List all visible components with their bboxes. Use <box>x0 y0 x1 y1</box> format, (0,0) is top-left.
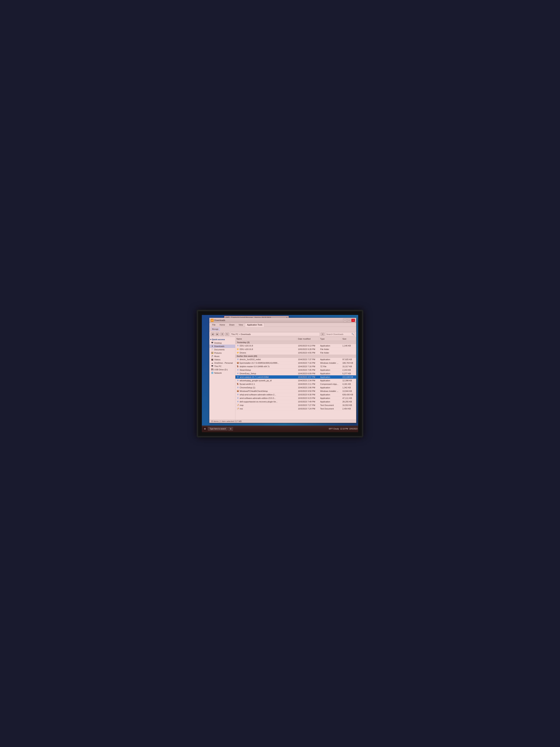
file-date: 10/4/2023 7:16 PM <box>297 361 319 364</box>
file-name: ⚙directx_Jun2010_redist <box>235 358 297 361</box>
manage-button[interactable]: Manage <box>211 328 220 331</box>
table-row[interactable]: ⚙ChromeSetup (1) 10/4/2023 2:06 PM Appli… <box>235 386 356 389</box>
refresh-button[interactable]: ↻ <box>225 332 229 336</box>
msi-icon: 📦 <box>237 390 239 392</box>
tab-view[interactable]: View <box>237 323 245 327</box>
file-size: 15,317 KB <box>341 365 356 368</box>
documents-icon: 📄 <box>211 348 214 351</box>
address-path: This PC > Downloads <box>231 333 251 335</box>
table-row[interactable]: 📁DDU v18.0.6.8 10/5/2023 9:28 PM File fo… <box>235 347 356 351</box>
zip-icon: 🗜 <box>237 365 239 368</box>
table-row[interactable]: 📝msi 10/3/2023 7:24 PM Text Document 2,4… <box>235 407 356 411</box>
col-name[interactable]: Name <box>235 337 297 340</box>
sidebar-item-documents[interactable]: 📄 Documents <box>209 348 235 351</box>
table-row[interactable]: 📁Drivers 10/5/2023 4:55 PM File folder <box>235 351 356 355</box>
desktop-icon: 🖥️ <box>211 342 214 344</box>
sidebar-documents-label: Documents <box>214 349 224 351</box>
tab-home[interactable]: Home <box>218 323 227 327</box>
file-type: Text Document <box>319 407 341 410</box>
col-size[interactable]: Size <box>341 337 356 340</box>
file-name: 📦WindowsPCHealthCheckSetup <box>235 390 297 393</box>
main-area: ▾ Quick access 🖥️ Desktop ⬇ Downloads 📄 … <box>209 337 356 420</box>
back-button[interactable]: ◀ <box>211 332 215 336</box>
app-icon: ⚙ <box>237 372 239 375</box>
window-title: Downloads <box>214 319 225 321</box>
weather-display: 68°F Cloudy <box>329 428 339 430</box>
title-bar: 📁 Downloads ─ □ ✕ <box>209 318 356 323</box>
forward-button[interactable]: ▶ <box>215 332 219 336</box>
app-icon: ⚙ <box>237 358 239 361</box>
taskbar-right: 68°F Cloudy 12:10 PM 10/5/2023 <box>329 428 357 430</box>
file-date: 10/3/2023 7:49 PM <box>297 400 319 403</box>
screen: AMD - Catalyst™ Install Manager - Versio… <box>202 315 358 432</box>
file-date: 10/3/2023 7:27 PM <box>297 404 319 407</box>
sidebar-item-music[interactable]: 🎵 Music <box>209 355 235 358</box>
file-type: Application <box>319 372 341 375</box>
maximize-button[interactable]: □ <box>347 319 351 322</box>
table-row[interactable]: 🗜dolphin-master-5.0-18498-x64.7z 10/4/20… <box>235 365 356 368</box>
sidebar-item-pictures[interactable]: 🖼️ Pictures <box>209 351 235 355</box>
tab-share[interactable]: Share <box>227 323 237 327</box>
file-size <box>341 348 356 351</box>
file-date: 10/5/2023 4:55 PM <box>297 351 319 354</box>
table-row[interactable]: 📝msp 10/3/2023 7:27 PM Text Document 16,… <box>235 404 356 407</box>
file-name: ⚙SteamSetup <box>235 368 297 371</box>
sidebar-item-downloads[interactable]: ⬇ Downloads <box>209 344 235 348</box>
tab-application-tools[interactable]: Application Tools <box>245 323 264 327</box>
file-type: Application <box>319 368 341 371</box>
app-icon: ⚙ <box>237 386 239 389</box>
folder-icon: 📁 <box>237 352 239 354</box>
search-input[interactable] <box>326 333 351 335</box>
address-box[interactable]: This PC > Downloads <box>230 332 320 336</box>
file-type: 7Z File <box>319 365 341 368</box>
table-row[interactable]: ⚙dell-supportassist-os-recovery-plugin-f… <box>235 400 356 404</box>
tab-file[interactable]: File <box>210 323 218 327</box>
folder-title-icon: 📁 <box>211 319 214 322</box>
table-row[interactable]: 🗜flycast-win64-2.1 10/4/2023 2:11 PM Com… <box>235 382 356 386</box>
col-date[interactable]: Date modified <box>297 337 319 340</box>
table-row[interactable]: ⚙SteamSetup 10/4/2023 7:05 PM Applicatio… <box>235 368 356 372</box>
file-size: 1,342 KB <box>341 386 356 389</box>
start-button[interactable]: ⊞ <box>203 427 207 431</box>
col-type[interactable]: Type <box>319 337 341 340</box>
address-dropdown[interactable]: ▾ <box>321 332 325 336</box>
status-bar: 23 items | 1 item selected 217 MB <box>209 420 356 423</box>
task-view-button[interactable]: ⧉ <box>228 427 233 431</box>
table-row[interactable]: ⚙whql-amd-software-adrenalin-edition-2..… <box>235 393 356 396</box>
file-date: 10/3/2023 9:50 PM <box>297 390 319 393</box>
sidebar-item-onedrive[interactable]: ☁ OneDrive - Personal <box>209 361 235 365</box>
file-type: Application <box>319 376 341 379</box>
app-icon: ⚙ <box>237 376 239 378</box>
table-row[interactable]: ⚙directx_Jun2010_redist 10/4/2023 7:37 P… <box>235 358 356 361</box>
file-type: Application <box>319 358 341 361</box>
file-name: ⚙adusetupipg_google-sysweb_pp_dl <box>235 379 297 382</box>
table-row[interactable]: 📦WindowsPCHealthCheckSetup 10/3/2023 9:5… <box>235 389 356 393</box>
close-button[interactable]: ✕ <box>351 319 355 322</box>
table-row[interactable]: 📦EpicInstaller-15.7.0-006ff18c908142cf98… <box>235 361 356 365</box>
time-display: 12:10 PM <box>340 428 348 430</box>
file-size: 2,243 KB <box>341 368 356 371</box>
minimize-button[interactable]: ─ <box>343 319 347 322</box>
sidebar-item-this-pc[interactable]: 🖥️ This PC <box>209 365 235 368</box>
file-date: 10/4/2023 6:09 PM <box>297 372 319 375</box>
table-row[interactable]: ⚙DriverEasy_Setup 10/4/2023 6:09 PM Appl… <box>235 372 356 375</box>
table-row[interactable]: ⚙amd-catalyst-15.7.1-win10-64bit 10/4/20… <box>235 375 356 379</box>
sidebar-item-desktop[interactable]: 🖥️ Desktop <box>209 341 235 344</box>
quick-access-chevron: ▾ <box>210 338 211 341</box>
table-row[interactable]: ⚙amd-software-adrenalin-edition-23.9.3..… <box>235 396 356 400</box>
address-bar: ◀ ▶ ⬆ ↻ This PC > Downloads ▾ 🔍 <box>209 332 356 337</box>
search-box[interactable]: 🔍 <box>325 332 355 336</box>
file-name: ⚙whql-amd-software-adrenalin-edition-2..… <box>235 393 297 396</box>
sidebar-music-label: Music <box>214 355 220 357</box>
sidebar-item-usb-drive[interactable]: 💾 USB Drive (D:) <box>209 368 235 371</box>
sidebar-item-videos[interactable]: 🎬 Videos <box>209 358 235 361</box>
app-icon: ⚙ <box>237 344 239 347</box>
app-icon: ⚙ <box>237 393 239 396</box>
up-button[interactable]: ⬆ <box>220 332 224 336</box>
table-row[interactable]: ⚙DDU v18.0.6.8 10/5/2023 9:13 PM Applica… <box>235 344 356 347</box>
search-taskbar[interactable]: Type here to search <box>208 427 228 431</box>
quick-access-heading[interactable]: ▾ Quick access <box>209 338 235 341</box>
table-row[interactable]: ⚙adusetupipg_google-sysweb_pp_dl 10/4/20… <box>235 379 356 382</box>
sidebar-item-network[interactable]: 🌐 Network <box>209 371 235 375</box>
zip-icon: 🗜 <box>237 383 239 385</box>
